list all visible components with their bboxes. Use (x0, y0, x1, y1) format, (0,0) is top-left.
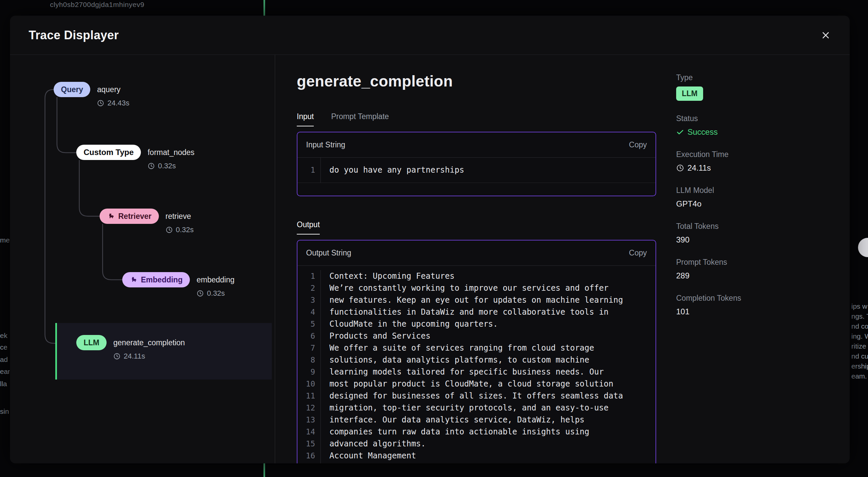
clock-icon (196, 290, 204, 297)
output-code-area: 12345678910111213141516Context: Upcoming… (298, 266, 655, 463)
llm-model-group: LLM Model GPT4o (676, 186, 829, 209)
background-trace-id: clyh0sb2700dgjda1mhinyev9 (50, 1, 144, 9)
llama-icon (107, 212, 115, 220)
close-icon[interactable] (820, 30, 831, 41)
span-duration-text: 0.32s (176, 226, 194, 234)
code-line: solutions, data analytics platforms, to … (330, 354, 623, 366)
line-number: 16 (298, 450, 315, 462)
background-right-fragment: ips w (851, 302, 868, 310)
custom-badge: Custom Type (76, 145, 141, 160)
copy-output-button[interactable]: Copy (629, 248, 647, 258)
code-line: new features. Keep an eye out for update… (330, 294, 623, 306)
span-duration-text: 0.32s (207, 289, 225, 298)
tree-node-llm[interactable]: LLMgenerate_completion24.11s (76, 335, 272, 361)
custom-badge-label: Custom Type (84, 148, 133, 157)
tab-output[interactable]: Output (297, 220, 320, 235)
completion-tokens-value: 101 (676, 307, 829, 316)
code-line: Context: Upcoming Features (330, 270, 623, 282)
span-name: retrieve (165, 209, 194, 224)
input-card-title: Input String (306, 140, 345, 149)
clock-icon (97, 99, 104, 107)
code-line: migration, top-tier security protocols, … (330, 402, 623, 414)
line-number: 1 (298, 270, 315, 282)
span-name: generate_completion (113, 335, 185, 350)
line-number: 12 (298, 402, 315, 414)
code-lines: do you have any partnerships (321, 158, 464, 182)
input-tabs: InputPrompt Template (297, 112, 389, 126)
line-number: 4 (298, 306, 315, 318)
status-text: Success (687, 127, 718, 137)
span-duration-text: 0.32s (158, 162, 176, 170)
line-number-gutter: 1 (298, 158, 321, 182)
code-line: designed for businesses of all sizes. It… (330, 390, 623, 402)
span-duration: 24.11s (113, 352, 185, 361)
type-badge: LLM (676, 87, 703, 101)
tab-prompt-template[interactable]: Prompt Template (331, 112, 389, 126)
copy-input-button[interactable]: Copy (629, 140, 647, 149)
line-number: 7 (298, 342, 315, 354)
query-badge: Query (54, 82, 90, 97)
code-line: most popular product is CloudMate, a clo… (330, 378, 623, 390)
background-left-fragment: me (0, 236, 10, 244)
type-group: Type LLM (676, 73, 829, 101)
llm-badge: LLM (76, 335, 106, 350)
background-left-fragment: ad (0, 355, 10, 364)
prompt-tokens-group: Prompt Tokens 289 (676, 258, 829, 280)
tree-node-selected-row[interactable]: LLMgenerate_completion24.11s (55, 323, 272, 379)
execution-time-label: Execution Time (676, 150, 829, 159)
line-number-gutter: 12345678910111213141516 (298, 270, 321, 463)
modal-body: Queryaquery24.43sCustom Typeformat_nodes… (10, 55, 850, 463)
prompt-tokens-label: Prompt Tokens (676, 258, 829, 267)
background-left-fragment: ek (0, 332, 10, 340)
tree-node-query[interactable]: Queryaquery24.43s (54, 82, 130, 107)
line-number: 14 (298, 426, 315, 438)
clock-icon (113, 352, 121, 360)
tree-node-retriever[interactable]: Retrieverretrieve0.32s (100, 209, 194, 234)
input-card-header: Input String Copy (298, 132, 655, 158)
total-tokens-value: 390 (676, 235, 829, 244)
code-line: We’re constantly working to improve our … (330, 282, 623, 294)
tree-node-custom[interactable]: Custom Typeformat_nodes0.32s (76, 145, 194, 170)
code-line: Account Management (330, 450, 623, 462)
background-left-fragment: sin (0, 407, 10, 415)
line-number: 5 (298, 318, 315, 330)
clock-icon (148, 162, 155, 170)
background-accent-line-top (264, 0, 265, 15)
background-right-fragment: nd cu (851, 352, 868, 360)
background-right-fragment: eam. (851, 372, 868, 380)
embedding-badge-label: Embedding (141, 275, 183, 284)
llama-icon (130, 276, 137, 283)
execution-time-value: 24.11s (676, 163, 829, 173)
query-badge-label: Query (61, 85, 83, 94)
background-left-fragment: ear (0, 368, 10, 376)
background-left-fragment: ce (0, 343, 10, 351)
code-line: Products and Services (330, 330, 623, 342)
node-meta: generate_completion24.11s (113, 335, 185, 361)
output-card-header: Output String Copy (298, 240, 655, 266)
tree-node-embedding[interactable]: Embeddingembedding0.32s (122, 272, 235, 298)
background-right-fragment: ing. W (851, 332, 868, 340)
node-meta: format_nodes0.32s (148, 145, 194, 170)
status-group: Status Success (676, 114, 829, 137)
tree-connector-lines (10, 55, 275, 463)
details-sidebar: Type LLM Status Success Execution Time 2… (676, 73, 829, 330)
span-duration-text: 24.11s (124, 352, 145, 361)
span-duration: 0.32s (165, 226, 194, 234)
span-name: embedding (196, 272, 235, 287)
background-right-fragment: ngs. T (851, 312, 868, 320)
trace-displayer-modal: Trace Displayer Queryaquery24.43sCustom … (10, 15, 850, 463)
llm-model-value: GPT4o (676, 199, 829, 209)
output-card: Output String Copy 123456789101112131415… (297, 240, 656, 463)
total-tokens-group: Total Tokens 390 (676, 222, 829, 244)
retriever-badge: Retriever (100, 209, 159, 224)
code-line: functionalities in DataWiz and more coll… (330, 306, 623, 318)
prompt-tokens-value: 289 (676, 271, 829, 280)
code-line: interface. Our data analytics service, D… (330, 414, 623, 426)
tab-input[interactable]: Input (297, 112, 314, 126)
status-value: Success (676, 127, 829, 137)
code-line: advanced algorithms. (330, 438, 623, 450)
input-card: Input String Copy 1do you have any partn… (297, 132, 656, 196)
llm-model-label: LLM Model (676, 186, 829, 195)
node-meta: aquery24.43s (97, 82, 129, 107)
span-duration: 0.32s (196, 289, 235, 298)
